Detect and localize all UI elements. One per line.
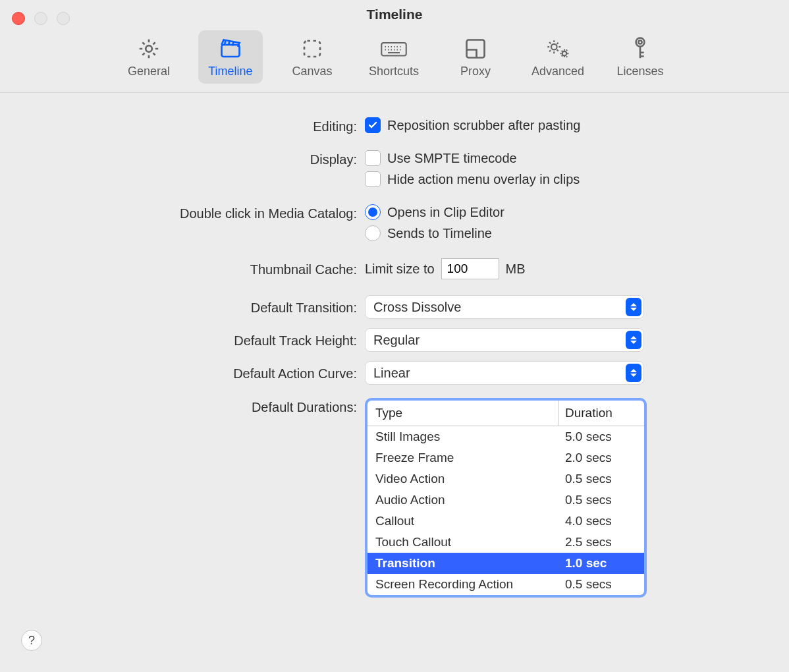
thumbnail-cache-label: Thumbnail Cache: [0,260,361,277]
tab-advanced[interactable]: Advanced [525,30,591,84]
cell-duration: 4.0 secs [558,511,644,532]
svg-point-7 [636,38,645,47]
chevron-up-down-icon [626,298,641,316]
cell-type: Callout [367,511,558,532]
thumbnail-size-input[interactable] [441,258,499,279]
smpte-timecode-checkbox[interactable]: Use SMPTE timecode [365,150,789,166]
limit-size-to-label: Limit size to [365,262,435,277]
tab-label: General [128,65,170,78]
column-type[interactable]: Type [367,401,558,426]
svg-point-5 [551,44,557,50]
table-row[interactable]: Still Images5.0 secs [367,426,644,447]
help-button[interactable]: ? [21,630,42,651]
table-row[interactable]: Transition1.0 sec [367,553,644,574]
sends-to-timeline-radio[interactable]: Sends to Timeline [365,225,789,241]
window-title: Timeline [0,7,789,22]
popup-value: Cross Dissolve [373,300,461,315]
preferences-toolbar: General Timeline Canvas Shortcuts [0,30,789,93]
tab-general[interactable]: General [117,30,181,84]
chevron-up-down-icon [626,331,641,349]
tab-label: Canvas [292,65,332,78]
svg-point-8 [638,40,641,43]
cell-duration: 2.5 secs [558,532,644,553]
tab-canvas[interactable]: Canvas [280,30,344,84]
default-track-height-popup[interactable]: Regular [365,328,644,352]
tab-label: Timeline [208,65,252,78]
cell-duration: 1.0 sec [558,553,644,574]
table-row[interactable]: Audio Action0.5 secs [367,490,644,511]
reposition-scrubber-checkbox[interactable]: Reposition scrubber after pasting [365,117,789,133]
default-action-curve-popup[interactable]: Linear [365,361,644,385]
popup-value: Regular [373,333,420,348]
checkbox-label: Reposition scrubber after pasting [387,118,581,133]
tab-proxy[interactable]: Proxy [443,30,508,84]
gear-icon [137,36,161,62]
cell-type: Audio Action [367,490,558,511]
checkbox-label: Use SMPTE timecode [387,151,517,166]
svg-rect-4 [466,40,484,58]
cell-type: Screen Recording Action [367,574,558,595]
proxy-icon [464,36,487,62]
gears-icon [545,36,571,62]
cell-duration: 2.0 secs [558,447,644,468]
tab-label: Licenses [617,65,664,78]
svg-point-6 [562,51,567,56]
selection-icon [300,36,324,62]
cell-duration: 5.0 secs [558,426,644,447]
table-row[interactable]: Video Action0.5 secs [367,468,644,490]
key-icon [628,36,652,62]
tab-shortcuts[interactable]: Shortcuts [362,30,426,84]
chevron-up-down-icon [626,364,641,382]
default-action-curve-label: Default Action Curve: [0,364,361,381]
keyboard-icon [380,36,408,62]
editing-label: Editing: [0,117,361,134]
cell-type: Touch Callout [367,532,558,553]
tab-timeline[interactable]: Timeline [198,30,263,84]
column-duration[interactable]: Duration [558,401,644,426]
cell-duration: 0.5 secs [558,574,644,595]
cell-type: Transition [367,553,558,574]
checkbox-label: Hide action menu overlay in clips [387,172,580,187]
table-row[interactable]: Touch Callout2.5 secs [367,532,644,553]
double-click-label: Double click in Media Catalog: [0,204,361,221]
table-row[interactable]: Freeze Frame2.0 secs [367,447,644,468]
cell-duration: 0.5 secs [558,468,644,490]
hide-action-menu-checkbox[interactable]: Hide action menu overlay in clips [365,171,789,187]
table-row[interactable]: Screen Recording Action0.5 secs [367,574,644,595]
default-durations-label: Default Durations: [0,398,361,415]
cell-type: Video Action [367,468,558,490]
svg-point-0 [146,45,152,52]
display-label: Display: [0,150,361,167]
checkbox-indicator [365,171,381,187]
checkbox-indicator [365,150,381,166]
default-track-height-label: Default Track Height: [0,331,361,349]
default-transition-label: Default Transition: [0,298,361,316]
table-row[interactable]: Callout4.0 secs [367,511,644,532]
default-transition-popup[interactable]: Cross Dissolve [365,295,644,319]
cell-type: Freeze Frame [367,447,558,468]
mb-label: MB [506,262,526,277]
timeline-preferences-form: Editing: Reposition scrubber after pasti… [0,109,789,672]
cell-type: Still Images [367,426,558,447]
svg-rect-2 [304,41,320,57]
default-durations-table[interactable]: Type Duration Still Images5.0 secsFreeze… [365,398,647,598]
table-header: Type Duration [367,401,644,426]
clapper-icon [219,36,242,62]
table-body[interactable]: Still Images5.0 secsFreeze Frame2.0 secs… [367,426,644,595]
tab-label: Shortcuts [369,65,419,78]
radio-label: Sends to Timeline [387,226,492,241]
radio-indicator [365,225,381,241]
popup-value: Linear [373,366,410,381]
radio-indicator [365,204,381,220]
cell-duration: 0.5 secs [558,490,644,511]
radio-label: Opens in Clip Editor [387,205,504,220]
checkbox-indicator [365,117,381,133]
opens-clip-editor-radio[interactable]: Opens in Clip Editor [365,204,789,220]
tab-label: Proxy [460,65,491,78]
tab-licenses[interactable]: Licenses [608,30,672,84]
toolbar-divider [0,92,789,93]
tab-label: Advanced [531,65,584,78]
